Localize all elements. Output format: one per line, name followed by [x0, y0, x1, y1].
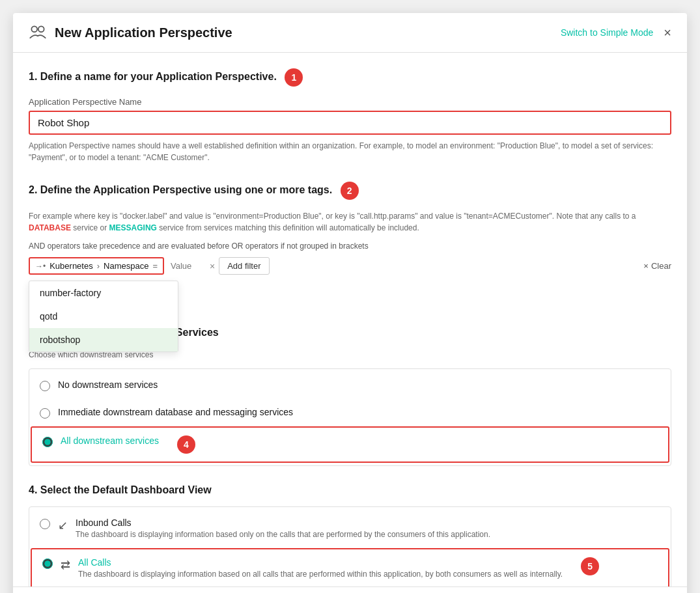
- filter-arrow-icon: →•: [35, 262, 46, 271]
- app-perspective-icon: [29, 23, 47, 42]
- filter-row: →• Kubernetes › Namespace = × Add filter…: [29, 257, 671, 275]
- radio-all-downstream: All downstream services 4: [31, 426, 669, 463]
- section-1-title: 1. Define a name for your Application Pe…: [29, 68, 671, 87]
- modal-title: New Application Perspective: [55, 25, 232, 40]
- inbound-calls-icon: ↙: [58, 518, 68, 532]
- switch-mode-link[interactable]: Switch to Simple Mode: [561, 27, 653, 38]
- radio-immediate-downstream: Immediate downstream database and messag…: [29, 399, 671, 426]
- radio-all-calls: ⇄ All Calls The dashboard is displaying …: [31, 548, 669, 586]
- section-2-title: 2. Define the Application Perspective us…: [29, 182, 671, 200]
- value-input-wrap: ×: [168, 258, 215, 273]
- section-2-hint: For example where key is "docker.label" …: [29, 210, 671, 234]
- section-1-hint: Application Perspective names should hav…: [29, 140, 671, 163]
- step-1-annotation: 1: [285, 68, 303, 87]
- svg-point-0: [31, 26, 37, 32]
- svg-point-1: [38, 26, 44, 32]
- step-4-annotation: 4: [177, 435, 195, 454]
- filter-sep: ›: [97, 261, 100, 271]
- app-perspective-name-input[interactable]: [29, 111, 671, 135]
- field-label-name: Application Perspective Name: [29, 97, 671, 107]
- filter-namespace: Namespace: [104, 261, 148, 271]
- radio-inbound-calls-label: Inbound Calls: [76, 517, 490, 528]
- dropdown-item-0[interactable]: number-factory: [29, 281, 178, 305]
- modal-title-area: New Application Perspective: [29, 23, 232, 42]
- dropdown-item-1[interactable]: qotd: [29, 305, 178, 328]
- section-2: 2. Define the Application Perspective us…: [29, 182, 671, 275]
- radio-inbound-calls-input[interactable]: [40, 519, 50, 529]
- filter-equals: =: [152, 261, 158, 271]
- all-calls-icon: ⇄: [61, 558, 70, 572]
- modal-footer: Cancel Create 6: [13, 586, 687, 593]
- radio-all-calls-label: All Calls: [78, 557, 563, 568]
- section-1: 1. Define a name for your Application Pe…: [29, 68, 671, 163]
- radio-all-downstream-label: All downstream services: [61, 435, 159, 446]
- radio-all-calls-desc: The dashboard is displaying information …: [78, 569, 563, 580]
- modal-dialog: New Application Perspective Switch to Si…: [13, 13, 687, 593]
- radio-inbound-calls: ↙ Inbound Calls The dashboard is display…: [29, 510, 671, 548]
- radio-no-downstream: No downstream services: [29, 372, 671, 399]
- radio-immediate-downstream-label: Immediate downstream database and messag…: [58, 407, 293, 417]
- dropdown-item-2[interactable]: robotshop: [29, 328, 178, 352]
- radio-inbound-calls-desc: The dashboard is displaying information …: [76, 529, 490, 540]
- section-4-title: 4. Select the Default Dashboard View: [29, 484, 671, 496]
- radio-all-downstream-input[interactable]: [42, 437, 53, 447]
- radio-immediate-downstream-input[interactable]: [40, 408, 50, 419]
- modal-body: 1. Define a name for your Application Pe…: [13, 53, 687, 586]
- downstream-radio-group: No downstream services Immediate downstr…: [29, 368, 671, 466]
- filter-dropdown: number-factory qotd robotshop: [29, 281, 178, 352]
- dashboard-radio-group: ↙ Inbound Calls The dashboard is display…: [29, 506, 671, 586]
- add-filter-button[interactable]: Add filter: [219, 257, 269, 275]
- clear-all-link[interactable]: × Clear: [643, 261, 671, 271]
- radio-no-downstream-input[interactable]: [40, 381, 50, 391]
- step-2-annotation: 2: [341, 182, 359, 200]
- modal-header-actions: Switch to Simple Mode ×: [561, 26, 671, 39]
- radio-all-calls-input[interactable]: [42, 559, 53, 569]
- filter-tag: →• Kubernetes › Namespace =: [29, 257, 164, 275]
- close-button[interactable]: ×: [664, 26, 671, 39]
- filter-kubernetes: Kubernetes: [49, 261, 93, 271]
- radio-no-downstream-label: No downstream services: [58, 379, 158, 390]
- operator-note: AND operators take precedence and are ev…: [29, 241, 671, 251]
- filter-value-clear-button[interactable]: ×: [210, 261, 215, 271]
- section-4: 4. Select the Default Dashboard View ↙ I…: [29, 484, 671, 586]
- step-5-annotation: 5: [581, 557, 599, 575]
- filter-row-container: →• Kubernetes › Namespace = × Add filter…: [29, 257, 671, 275]
- filter-value-input[interactable]: [168, 258, 207, 273]
- modal-header: New Application Perspective Switch to Si…: [13, 13, 687, 53]
